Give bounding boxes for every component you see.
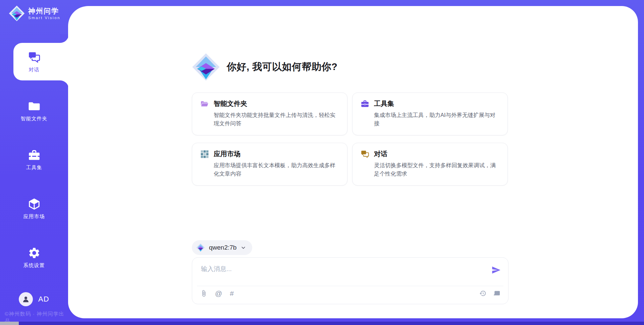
- person-icon: [21, 295, 30, 304]
- sidebar-item-label: 工具集: [26, 165, 42, 171]
- at-icon: @: [215, 290, 222, 297]
- history-icon: [479, 290, 486, 297]
- brand-logo: 神州问学 Smart Vision: [9, 5, 60, 21]
- grid-icon: [200, 150, 209, 158]
- card-description: 应用市场提供丰富长文本模板，助力高效生成多样化文章内容: [214, 161, 339, 178]
- message-composer: @ #: [192, 257, 508, 304]
- model-name: qwen2:7b: [209, 244, 236, 251]
- briefcase-icon: [361, 100, 369, 108]
- sidebar-item-toolset[interactable]: 工具集: [0, 149, 68, 171]
- sidebar-item-label: 智能文件夹: [21, 116, 48, 122]
- brand-name: 神州问学: [28, 7, 60, 15]
- sidebar-item-chat[interactable]: 对话: [0, 51, 68, 73]
- card-toolset[interactable]: 工具集 集成市场上主流工具，助力AI与外界无缝扩展与对接: [352, 92, 508, 135]
- folder-icon: [28, 100, 41, 113]
- sidebar: 神州问学 Smart Vision 对话 智能文件夹 工具集: [0, 0, 68, 325]
- chevron-down-icon: [240, 245, 246, 251]
- attach-file-button[interactable]: [200, 290, 207, 297]
- gear-icon: [28, 247, 41, 259]
- feature-cards: 智能文件夹 智能文件夹功能支持批量文件上传与清洗，轻松实现文件问答 工具集 集成…: [192, 92, 508, 186]
- chat-icon: [28, 51, 41, 64]
- user-profile[interactable]: AD: [19, 292, 49, 306]
- new-chat-button[interactable]: [493, 290, 500, 297]
- avatar: [19, 292, 33, 306]
- user-initials: AD: [38, 295, 49, 304]
- sidebar-item-label: 应用市场: [23, 213, 45, 220]
- greeting-block: 你好, 我可以如何帮助你?: [192, 53, 337, 81]
- brand-diamond-icon: [192, 53, 220, 81]
- greeting-text: 你好, 我可以如何帮助你?: [227, 60, 337, 74]
- scrollbar-thumb[interactable]: [0, 322, 19, 325]
- comment-icon: [493, 290, 500, 297]
- horizontal-scrollbar[interactable]: [0, 322, 644, 325]
- hashtag-button[interactable]: #: [230, 290, 234, 297]
- composer-divider: [197, 286, 503, 286]
- brand-subtitle: Smart Vision: [28, 16, 60, 20]
- mention-button[interactable]: @: [215, 290, 222, 297]
- sidebar-item-label: 系统设置: [23, 262, 45, 269]
- card-chat[interactable]: 对话 灵活切换多模型文件，支持多样回复效果调试，满足个性化需求: [352, 143, 508, 186]
- model-logo-icon: [196, 243, 205, 252]
- card-app-market[interactable]: 应用市场 应用市场提供丰富长文本模板，助力高效生成多样化文章内容: [192, 143, 347, 186]
- chat-bubbles-icon: [361, 150, 369, 158]
- hash-icon: #: [230, 290, 234, 297]
- card-title: 应用市场: [214, 149, 240, 158]
- card-smart-folder[interactable]: 智能文件夹 智能文件夹功能支持批量文件上传与清洗，轻松实现文件问答: [192, 92, 347, 135]
- send-button[interactable]: [491, 265, 501, 275]
- card-title: 智能文件夹: [214, 99, 247, 108]
- main-content-panel: 你好, 我可以如何帮助你? 智能文件夹 智能文件夹功能支持批量文件上传与清洗，轻…: [68, 6, 638, 318]
- card-title: 对话: [374, 149, 387, 158]
- toolbox-icon: [28, 149, 41, 161]
- card-description: 集成市场上主流工具，助力AI与外界无缝扩展与对接: [374, 111, 499, 128]
- sidebar-item-smart-folder[interactable]: 智能文件夹: [0, 100, 68, 122]
- folder-open-icon: [200, 100, 209, 108]
- card-title: 工具集: [374, 99, 394, 108]
- card-description: 灵活切换多模型文件，支持多样回复效果调试，满足个性化需求: [374, 161, 499, 178]
- brand-diamond-icon: [9, 5, 25, 21]
- card-description: 智能文件夹功能支持批量文件上传与清洗，轻松实现文件问答: [214, 111, 339, 128]
- sidebar-item-app-market[interactable]: 应用市场: [0, 198, 68, 220]
- cube-icon: [28, 198, 41, 210]
- sidebar-item-settings[interactable]: 系统设置: [0, 247, 68, 269]
- history-button[interactable]: [479, 290, 486, 297]
- message-input[interactable]: [200, 262, 477, 276]
- paperclip-icon: [200, 290, 207, 297]
- model-selector[interactable]: qwen2:7b: [192, 240, 252, 255]
- sidebar-item-label: 对话: [29, 67, 40, 73]
- send-icon: [491, 265, 501, 275]
